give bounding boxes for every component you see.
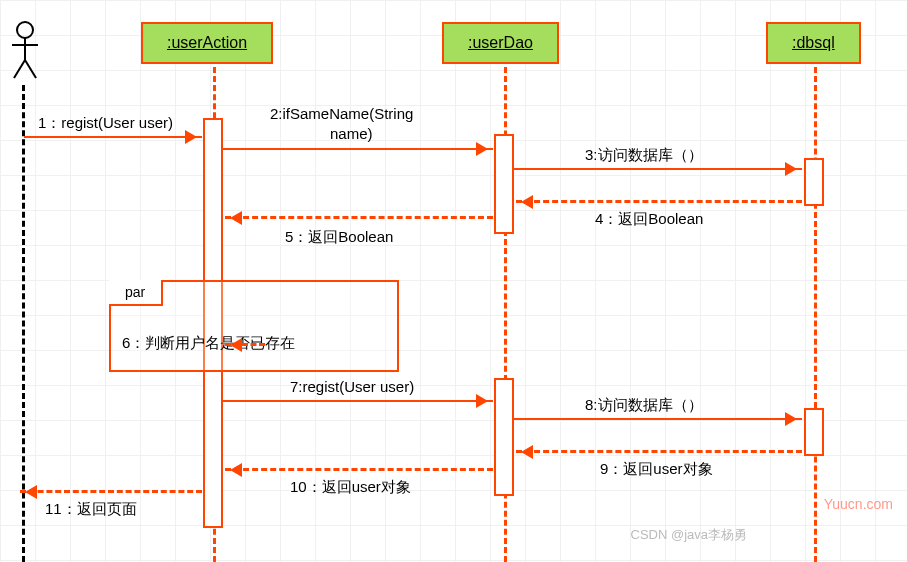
svg-line-4 (25, 60, 36, 78)
activation-userDao-1 (494, 134, 514, 234)
activation-userDao-2 (494, 378, 514, 496)
credit: CSDN @java李杨勇 (631, 526, 748, 544)
label-7: 7:regist(User user) (290, 378, 414, 395)
label-1: 1：regist(User user) (38, 114, 173, 133)
watermark: Yuucn.com (824, 496, 893, 512)
svg-point-0 (17, 22, 33, 38)
label-5: 5：返回Boolean (285, 228, 393, 247)
svg-line-3 (14, 60, 25, 78)
arrow-1 (24, 136, 202, 138)
arrow-8 (514, 418, 802, 420)
participant-userAction: :userAction (141, 22, 273, 64)
participant-dbsql: :dbsql (766, 22, 861, 64)
label-2b: name) (330, 125, 373, 142)
label-11: 11：返回页面 (45, 500, 137, 519)
fragment-label: par (109, 280, 163, 306)
arrow-3 (514, 168, 802, 170)
arrow-2 (223, 148, 493, 150)
arrow-9 (516, 450, 802, 453)
participant-userDao: :userDao (442, 22, 559, 64)
arrow-6-self (225, 343, 265, 346)
label-3: 3:访问数据库（） (585, 146, 703, 165)
lifeline-dbsql (814, 67, 817, 562)
label-8: 8:访问数据库（） (585, 396, 703, 415)
label-9: 9：返回user对象 (600, 460, 713, 479)
label-10: 10：返回user对象 (290, 478, 411, 497)
activation-dbsql-1 (804, 158, 824, 206)
label-4: 4：返回Boolean (595, 210, 703, 229)
arrow-7 (223, 400, 493, 402)
arrow-11 (20, 490, 202, 493)
actor-icon (10, 20, 40, 83)
arrow-10 (225, 468, 493, 471)
arrow-5 (225, 216, 493, 219)
activation-dbsql-2 (804, 408, 824, 456)
label-6: 6：判断用户名是否已存在 (122, 334, 295, 353)
fragment-par: par (109, 280, 399, 372)
label-2a: 2:ifSameName(String (270, 105, 413, 122)
arrow-4 (516, 200, 802, 203)
